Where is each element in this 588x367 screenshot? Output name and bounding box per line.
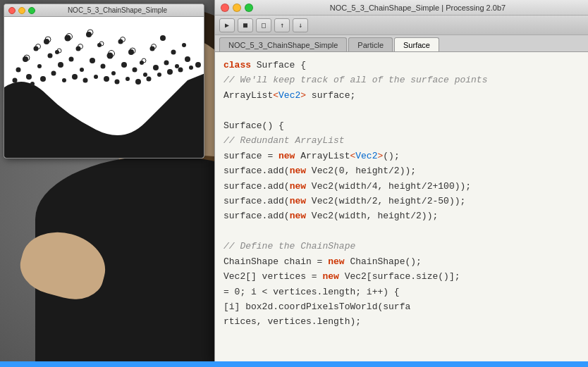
svg-point-16 xyxy=(182,43,186,47)
sketch-max-btn[interactable] xyxy=(28,7,35,14)
code-line-13: // Define the ChainShape xyxy=(223,239,580,254)
svg-point-46 xyxy=(147,77,152,82)
bottom-bar xyxy=(0,361,588,367)
sketch-titlebar: NOC_5_3_ChainShape_Simple xyxy=(4,4,204,17)
terrain-svg xyxy=(4,17,204,158)
svg-point-39 xyxy=(72,74,78,80)
open-button[interactable]: ↑ xyxy=(274,18,290,32)
new-button[interactable]: □ xyxy=(256,18,271,32)
svg-point-42 xyxy=(104,76,109,82)
ide-window-buttons xyxy=(221,4,253,12)
svg-point-45 xyxy=(135,79,141,85)
svg-point-31 xyxy=(164,61,169,66)
sketch-min-btn[interactable] xyxy=(18,7,25,14)
svg-point-14 xyxy=(160,35,166,41)
svg-point-18 xyxy=(26,74,32,80)
svg-point-36 xyxy=(40,76,46,82)
ide-max-btn[interactable] xyxy=(245,4,253,12)
svg-point-1 xyxy=(23,56,28,62)
svg-point-48 xyxy=(167,69,173,75)
code-line-8: surface.add(new Vec2(0, height/2)); xyxy=(223,163,580,178)
code-editor[interactable]: class Surface { // We'll keep track of a… xyxy=(215,52,588,367)
svg-point-30 xyxy=(153,65,159,70)
svg-point-28 xyxy=(133,68,137,73)
ide-toolbar: ▶ ■ □ ↑ ↓ xyxy=(215,15,588,35)
svg-point-50 xyxy=(189,66,193,70)
svg-point-47 xyxy=(157,73,161,77)
code-line-4 xyxy=(223,103,580,118)
code-line-12 xyxy=(223,224,580,239)
svg-point-29 xyxy=(143,73,147,77)
svg-point-24 xyxy=(90,58,95,63)
svg-point-9 xyxy=(107,53,114,59)
svg-point-15 xyxy=(171,50,176,55)
run-button[interactable]: ▶ xyxy=(219,18,235,32)
ide-tabs: NOC_5_3_ChainShape_Simple Particle Surfa… xyxy=(215,35,588,52)
svg-point-22 xyxy=(69,57,74,62)
svg-point-21 xyxy=(58,62,63,68)
svg-point-5 xyxy=(65,35,71,42)
code-line-6: // Redundant ArrayList xyxy=(223,133,580,148)
code-line-15: Vec2[] vertices = new Vec2[surface.size(… xyxy=(223,269,580,284)
code-line-3: ArrayList<Vec2> surface; xyxy=(223,88,580,103)
svg-point-51 xyxy=(195,62,201,68)
sketch-window[interactable]: NOC_5_3_ChainShape_Simple xyxy=(4,4,204,158)
tab-particle[interactable]: Particle xyxy=(348,37,393,51)
svg-point-38 xyxy=(62,78,66,82)
save-button[interactable]: ↓ xyxy=(293,18,308,32)
svg-point-41 xyxy=(94,75,98,79)
svg-point-44 xyxy=(125,77,130,81)
svg-point-34 xyxy=(13,78,18,83)
svg-point-11 xyxy=(128,49,134,55)
code-line-14: ChainShape chain = new ChainShape(); xyxy=(223,254,580,269)
ide-min-btn[interactable] xyxy=(233,4,241,12)
sketch-canvas xyxy=(4,17,204,158)
code-line-1: class Surface { xyxy=(223,58,580,73)
tab-surface[interactable]: Surface xyxy=(394,37,439,51)
code-line-10: surface.add(new Vec2(width/2, height/2-5… xyxy=(223,194,580,209)
svg-point-32 xyxy=(175,64,179,68)
svg-point-17 xyxy=(16,68,21,73)
code-line-17: [i] box2d.coordPixelsToWorld(surfa xyxy=(223,299,580,314)
stop-button[interactable]: ■ xyxy=(238,18,253,32)
code-line-7: surface = new ArrayList<Vec2>(); xyxy=(223,149,580,163)
sketch-window-buttons xyxy=(8,7,35,14)
code-line-11: surface.add(new Vec2(width, height/2)); xyxy=(223,209,580,223)
tab-chainshape[interactable]: NOC_5_3_ChainShape_Simple xyxy=(219,37,347,51)
sketch-title-text: NOC_5_3_ChainShape_Simple xyxy=(35,6,200,14)
svg-point-37 xyxy=(51,71,56,76)
svg-point-26 xyxy=(111,71,116,75)
code-line-2: // We'll keep track of all of the surfac… xyxy=(223,73,580,87)
svg-point-43 xyxy=(115,80,120,85)
ide-titlebar: NOC_5_3_ChainShape_Simple | Processing 2… xyxy=(215,0,588,15)
ide-window: NOC_5_3_ChainShape_Simple | Processing 2… xyxy=(214,0,588,367)
svg-point-35 xyxy=(30,82,35,86)
code-line-18: rtices, vertices.length); xyxy=(223,314,580,329)
svg-point-33 xyxy=(185,56,190,62)
ide-close-btn[interactable] xyxy=(221,4,229,12)
svg-point-27 xyxy=(121,62,127,68)
svg-point-40 xyxy=(83,78,88,83)
svg-point-20 xyxy=(48,54,53,58)
ide-title-text: NOC_5_3_ChainShape_Simple | Processing 2… xyxy=(253,4,582,12)
code-line-16: = 0; i < vertices.length; i++) { xyxy=(223,285,580,299)
code-line-5: Surface() { xyxy=(223,118,580,133)
sketch-close-btn[interactable] xyxy=(8,7,16,14)
svg-point-19 xyxy=(37,64,42,68)
svg-point-25 xyxy=(101,64,106,69)
svg-point-23 xyxy=(80,68,84,72)
svg-point-49 xyxy=(178,68,183,73)
code-line-9: surface.add(new Vec2(width/4, height/2+1… xyxy=(223,179,580,194)
